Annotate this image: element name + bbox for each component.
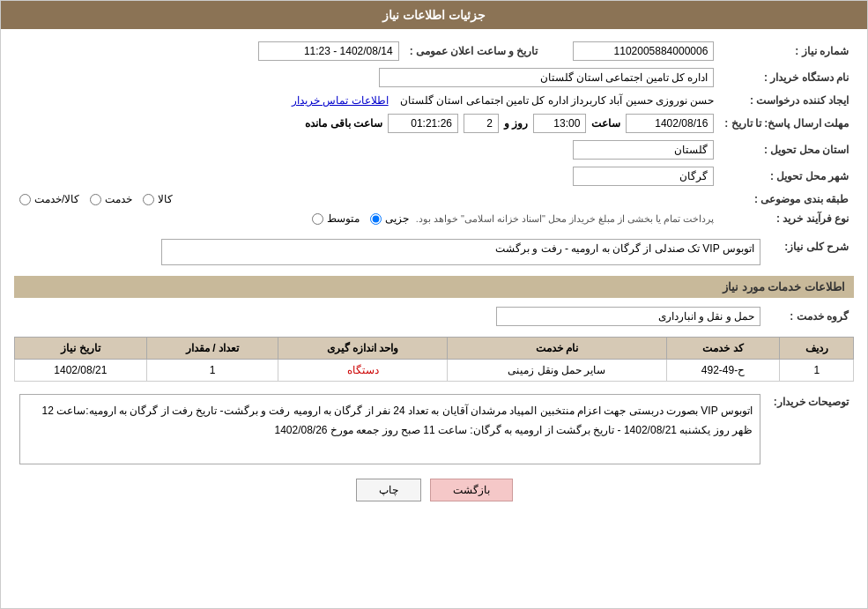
saat-label: ساعت [591,117,620,130]
sharhKolli-label: شرح کلی نیاز: [766,235,854,269]
mohlatErsalPasokh-row: 1402/08/16 ساعت 13:00 روز و 2 01:21:26 [14,110,719,137]
description-box: اتوبوس VIP بصورت دربستی جهت اعزام منتخبی… [19,394,760,464]
goroheKhedmat-box: حمل و نقل و انبارداری [496,307,760,326]
col-kodKhedmat: کد خدمت [666,338,780,360]
section2-title: اطلاعات خدمات مورد نیاز [14,276,854,298]
goroheKhedmat-label: گروه خدمت : [766,303,854,330]
col-radif: ردیف [780,338,854,360]
noeFarayand-label: نوع فرآیند خرید : [719,209,854,228]
noeFarayand-row: پرداخت تمام یا بخشی از مبلغ خریداز محل "… [14,209,719,228]
page-header: جزئیات اطلاعات نیاز [1,1,867,29]
radio-kala[interactable]: کالا [143,193,173,205]
shomareNiaz-label: شماره نیاز : [719,38,854,64]
saatBaghiMande-label: ساعت باقی مانده [305,117,382,130]
print-button[interactable]: چاپ [356,479,421,501]
tarikhAlan-value: 1402/08/14 - 11:23 [14,38,404,64]
back-button[interactable]: بازگشت [430,479,513,501]
col-vahed: واحد اندازه گیری [278,338,448,360]
mohlatErsalPasokh-label: مهلت ارسال پاسخ: تا تاریخ : [719,110,854,137]
namDastgah-label: نام دستگاه خریدار : [719,64,854,91]
namDastgah-value: اداره کل تامین اجتماعی استان گلستان [14,64,719,91]
rooz-box: 2 [464,114,499,133]
description-value: اتوبوس VIP بصورت دربستی جهت اعزام منتخبی… [14,390,766,468]
radio-khedmat[interactable]: خدمت [90,193,132,205]
sharhKolli-value: اتوبوس VIP تک صندلی از گرگان به ارومیه -… [14,235,766,269]
shomareNiaz-box: 1102005884000006 [573,41,714,61]
ostan-label: استان محل تحویل : [719,137,854,163]
shahr-value: گرگان [14,163,719,189]
col-tedad: تعداد / مقدار [146,338,278,360]
table-row: 1ح-49-492سایر حمل ونقل زمینیدستگاه11402/… [15,360,854,382]
tarikhAlan-label: تاریخ و ساعت اعلان عمومی : [404,38,544,64]
shahr-label: شهر محل تحویل : [719,163,854,189]
radio-jozi[interactable]: جزیی [370,212,409,225]
radio-kalaKhedmat[interactable]: کالا/خدمت [19,193,79,205]
saatBaghi-box: 01:21:26 [388,114,458,133]
ostan-box: گلستان [573,140,714,160]
rooz-label: روز و [504,117,528,130]
ejadKonande-label: ایجاد کننده درخواست : [719,91,854,110]
sharhKolli-box: اتوبوس VIP تک صندلی از گرگان به ارومیه -… [161,239,760,265]
date-box: 1402/08/16 [626,114,714,133]
namDastgah-box: اداره کل تامین اجتماعی استان گلستان [379,68,714,87]
button-row: بازگشت چاپ [14,479,854,501]
col-tarikh: تاریخ نیاز [15,338,147,360]
etelaatTamas-link[interactable]: اطلاعات تماس خریدار [292,94,389,107]
radio-mottavaset[interactable]: متوسط [312,212,360,225]
tabeeBandi-row: کالا/خدمت خدمت کالا [14,189,719,209]
tabeeBandi-label: طبقه بندی موضوعی : [719,189,854,209]
shomareNiaz-value: 1102005884000006 [543,38,719,64]
goroheKhedmat-value: حمل و نقل و انبارداری [14,303,766,330]
page-title: جزئیات اطلاعات نیاز [382,8,486,22]
ejadKonande-value: حسن نوروزی حسین آباد کاربرداز اداره کل ت… [400,94,714,107]
description-label: توصیحات خریدار: [766,390,854,468]
saat-box: 13:00 [533,114,586,133]
col-namKhedmat: نام خدمت [447,338,666,360]
tarikhAlan-box: 1402/08/14 - 11:23 [258,41,399,61]
ejadKonande-row: حسن نوروزی حسین آباد کاربرداز اداره کل ت… [14,91,719,110]
ostan-value: گلستان [14,137,719,163]
noeFarayand-note: پرداخت تمام یا بخشی از مبلغ خریداز محل "… [416,213,715,225]
shahr-box: گرگان [573,167,714,186]
